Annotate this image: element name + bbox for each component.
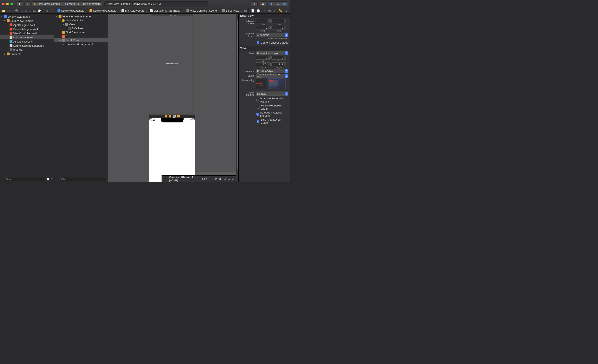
dock-exit-icon[interactable] [177, 115, 180, 117]
toggle-navigator-button[interactable]: ◧ [269, 2, 275, 6]
breakpoint-navigator-icon[interactable]: ▭ [33, 9, 36, 12]
outline-row-scrollview-selected[interactable]: ▶ Scroll View [54, 38, 108, 42]
autoresizing-mask-control[interactable] [256, 78, 266, 89]
disclosure-triangle-icon[interactable]: ▼ [59, 19, 61, 22]
scm-filter-icon[interactable]: ▢ [51, 178, 53, 181]
add-editor-icon[interactable]: ◫ [244, 9, 247, 12]
inset-top-field[interactable]: 0 [256, 19, 271, 23]
tree-row-project[interactable]: ▼ ScrollViewExample [0, 15, 54, 19]
tree-row-file[interactable]: SceneDelegate.swift [0, 27, 54, 31]
zoom-in-button[interactable]: + [210, 177, 212, 180]
align-icon[interactable]: ⊟ [224, 177, 226, 180]
zoom-out-button[interactable]: − [198, 177, 200, 180]
disclosure-triangle-icon[interactable]: ▼ [56, 16, 58, 18]
outline-row-scene[interactable]: ▼ View Controller Scene [54, 15, 108, 18]
tree-row-group[interactable]: ▼ ScrollViewExample [0, 19, 54, 23]
breadcrumb-item[interactable]: Main.story…ard (Base)〉 [150, 9, 186, 13]
outline-row-safearea[interactable]: Safe Area [54, 26, 108, 30]
connections-inspector-icon[interactable]: ⊝ [284, 9, 288, 12]
code-review-button[interactable] [260, 1, 266, 7]
help-inspector-icon[interactable]: ? [262, 9, 266, 12]
embed-in-icon[interactable]: ▣ [219, 177, 221, 180]
report-navigator-icon[interactable]: 💬 [37, 9, 41, 12]
source-control-navigator-icon[interactable]: ⎇ [7, 9, 10, 12]
identity-inspector-icon[interactable]: ▦ [267, 9, 272, 12]
tree-row-file[interactable]: AppDelegate.swift [0, 23, 54, 27]
canvas-device-frame[interactable]: 9:41 [149, 118, 195, 182]
disclosure-triangle-icon[interactable]: ▼ [4, 20, 6, 22]
disclosure-triangle-icon[interactable]: ▶ [4, 53, 6, 55]
project-navigator-icon[interactable]: 📁 [2, 9, 5, 12]
interface-builder-canvas[interactable]: Scroll View UIScrollView 9:41 [108, 14, 236, 182]
show-select[interactable]: Frame Rectangle [256, 51, 288, 55]
canvas-scrollview[interactable]: Scroll View UIScrollView [151, 14, 193, 113]
add-button[interactable]: + [1, 178, 3, 181]
issue-navigator-icon[interactable]: ⚠ [20, 9, 23, 12]
stop-button[interactable] [25, 1, 31, 7]
toggle-inspector-button[interactable]: ◨ [281, 2, 288, 6]
follow-readable-width-checkbox[interactable]: Follow Readable Width [257, 104, 288, 110]
adjust-editor-options-icon[interactable]: ☰ [240, 9, 243, 12]
dock-viewcontroller-icon[interactable] [165, 115, 167, 117]
add-variation-button[interactable]: + [240, 113, 242, 116]
frame-width-field[interactable]: 374 [256, 63, 271, 66]
toggle-debug-area-button[interactable]: ▬ [275, 2, 281, 6]
outline-row-view[interactable]: ▼ View [54, 22, 108, 26]
disclosure-triangle-icon[interactable]: ▼ [62, 24, 64, 25]
dock-firstresponder-icon[interactable] [169, 115, 171, 117]
file-inspector-icon[interactable]: 📄 [250, 9, 255, 12]
history-inspector-icon[interactable]: 🕘 [256, 9, 261, 12]
debug-navigator-icon[interactable]: ☰ [29, 9, 31, 12]
zoom-level[interactable]: 56% [202, 177, 208, 180]
related-items-icon[interactable]: ⊞ [45, 9, 48, 12]
preserve-superview-margins-checkbox[interactable]: Preserve Superview Margins [257, 97, 288, 103]
view-as-button[interactable]: View as: iPhone 11 (wC hR) [169, 176, 195, 182]
scene-dock[interactable] [149, 114, 195, 118]
run-button[interactable] [17, 1, 23, 7]
outline-row-exit[interactable]: Exit [54, 34, 108, 38]
device-config-icon[interactable]: ▢ [164, 177, 166, 180]
frame-height-field[interactable]: 818 [271, 63, 286, 66]
breadcrumb-item[interactable]: ScrollViewExample〉 [58, 9, 89, 13]
pin-icon[interactable]: ⊞ [228, 177, 230, 180]
navigator-filter-input[interactable] [4, 177, 45, 181]
update-frames-icon[interactable]: ⟲ [215, 177, 217, 180]
minimize-window-button[interactable] [6, 3, 9, 5]
attributes-inspector-icon[interactable]: ⇩ [273, 9, 277, 12]
add-variation-button[interactable]: + [240, 106, 243, 109]
content-insets-select[interactable]: Automatic [256, 33, 288, 37]
activity-status[interactable]: ScrollViewExample: Ready | Today at 7:29… [104, 1, 208, 7]
safe-area-layout-guide-checkbox[interactable]: ✓Safe Area Layout Guide [257, 118, 288, 124]
test-navigator-icon[interactable]: ◇ [25, 9, 27, 12]
tree-row-group[interactable]: ▶ Products [0, 52, 54, 56]
outline-tree[interactable]: ▼ View Controller Scene ▼ View Controlle… [54, 14, 108, 176]
disclosure-triangle-icon[interactable]: ▶ [59, 39, 61, 41]
tree-row-file[interactable]: Assets.xcassets [0, 40, 54, 44]
library-button[interactable] [251, 1, 257, 7]
breadcrumb-item[interactable]: ScrollViewExample〉 [90, 9, 121, 13]
stepper-icon[interactable] [284, 56, 286, 59]
tree-row-file-selected[interactable]: Main.storyboard [0, 35, 54, 40]
outline-row-vc[interactable]: ▼ View Controller [54, 18, 108, 22]
frame-x-field[interactable]: 0 [256, 56, 271, 60]
find-navigator-icon[interactable]: 🔍 [15, 9, 19, 12]
stepper-icon[interactable] [268, 63, 270, 66]
disclosure-triangle-icon[interactable]: ▼ [1, 16, 3, 18]
symbol-navigator-icon[interactable]: ⌗ [12, 9, 14, 12]
inset-left-field[interactable]: 0 [256, 26, 271, 30]
close-window-button[interactable] [2, 3, 5, 5]
breadcrumb-item[interactable]: Scroll View [222, 9, 239, 12]
breadcrumb-item[interactable]: View Controller Scene〉 [186, 9, 222, 13]
outline-row-firstresponder[interactable]: First Responder [54, 30, 108, 34]
resolve-issues-icon[interactable]: △ [232, 177, 234, 180]
stepper-icon[interactable] [284, 63, 286, 66]
stepper-icon[interactable] [284, 26, 286, 29]
go-back-button[interactable]: 〈 [49, 9, 52, 13]
outline-row-entrypoint[interactable]: → Storyboard Entry Point [54, 42, 108, 46]
inset-bottom-field[interactable]: 0 [271, 19, 286, 23]
stepper-icon[interactable] [268, 19, 270, 23]
safe-area-relative-margins-checkbox[interactable]: ✓Safe Area Relative Margins [257, 111, 288, 117]
recent-files-filter-icon[interactable]: 🕘 [47, 178, 50, 181]
tree-row-file[interactable]: Info.plist [0, 48, 54, 52]
frame-y-field[interactable]: 0 [271, 56, 286, 60]
